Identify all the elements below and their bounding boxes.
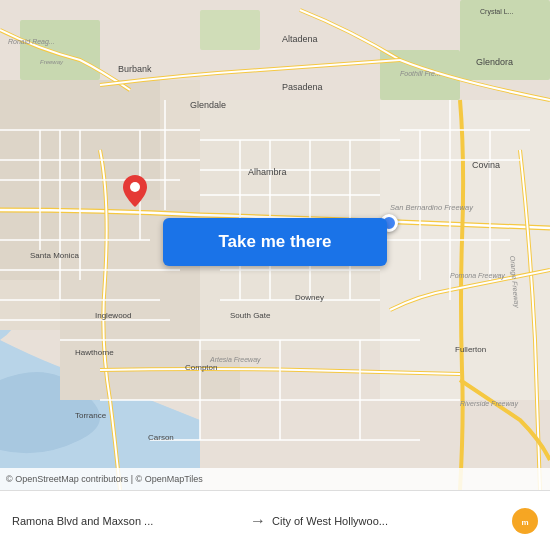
svg-text:Crystal L...: Crystal L...: [480, 8, 514, 16]
svg-text:San Bernardino Freeway: San Bernardino Freeway: [390, 203, 474, 212]
svg-text:Ronald Reag...: Ronald Reag...: [8, 38, 55, 46]
take-me-there-button[interactable]: Take me there: [163, 218, 387, 266]
svg-text:Glendora: Glendora: [476, 57, 513, 67]
svg-text:Freeway: Freeway: [40, 59, 64, 65]
svg-text:South Gate: South Gate: [230, 311, 271, 320]
svg-rect-2: [200, 10, 260, 50]
attribution-text: © OpenStreetMap contributors | © OpenMap…: [6, 474, 203, 484]
svg-text:Santa Monica: Santa Monica: [30, 251, 79, 260]
svg-text:m: m: [521, 518, 528, 527]
svg-text:Covina: Covina: [472, 160, 500, 170]
bottom-bar: Ramona Blvd and Maxson ... → City of Wes…: [0, 490, 550, 550]
svg-text:Foothill Fre...: Foothill Fre...: [400, 70, 441, 77]
map-attribution: © OpenStreetMap contributors | © OpenMap…: [0, 468, 550, 490]
svg-text:Pomona Freeway: Pomona Freeway: [450, 272, 505, 280]
to-stop-label: City of West Hollywoo...: [272, 515, 504, 527]
map-container: Burbank Altadena Glendale Pasadena Glend…: [0, 0, 550, 490]
svg-point-71: [130, 182, 140, 192]
svg-text:Glendale: Glendale: [190, 100, 226, 110]
svg-text:Inglewood: Inglewood: [95, 311, 131, 320]
svg-text:Burbank: Burbank: [118, 64, 152, 74]
svg-text:Fullerton: Fullerton: [455, 345, 486, 354]
svg-rect-10: [380, 100, 550, 400]
svg-text:Compton: Compton: [185, 363, 217, 372]
svg-text:Torrance: Torrance: [75, 411, 107, 420]
svg-rect-1: [20, 20, 100, 80]
svg-text:Alhambra: Alhambra: [248, 167, 287, 177]
svg-text:Downey: Downey: [295, 293, 324, 302]
svg-text:Altadena: Altadena: [282, 34, 318, 44]
svg-text:Carson: Carson: [148, 433, 174, 442]
direction-arrow-icon: →: [244, 512, 272, 530]
svg-text:Artesia Freeway: Artesia Freeway: [209, 356, 261, 364]
svg-text:Riverside Freeway: Riverside Freeway: [460, 400, 518, 408]
moovit-logo: m: [512, 508, 538, 534]
from-stop-label: Ramona Blvd and Maxson ...: [12, 515, 244, 527]
origin-marker: [123, 175, 147, 207]
moovit-icon: m: [512, 508, 538, 534]
svg-text:Pasadena: Pasadena: [282, 82, 323, 92]
svg-text:Hawthorne: Hawthorne: [75, 348, 114, 357]
